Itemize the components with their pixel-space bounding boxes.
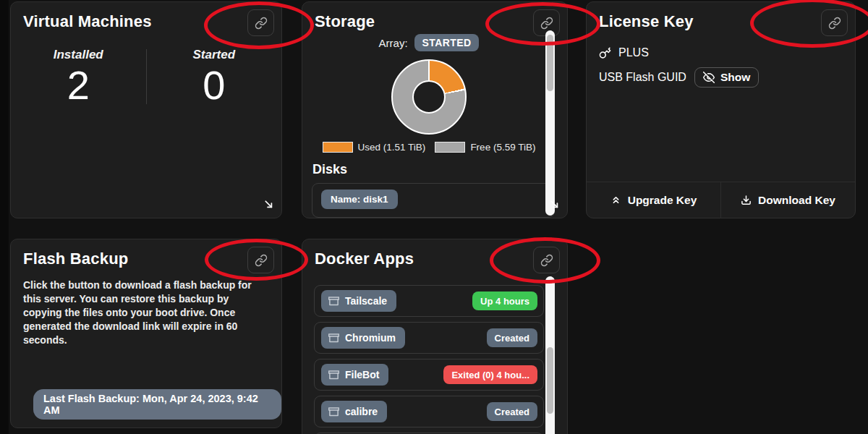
key-icon [599,47,611,59]
link-icon [828,17,841,30]
docker-card-title: Docker Apps [315,247,414,268]
vm-installed-value: 2 [11,65,146,106]
container-box-icon [328,370,339,380]
flash-card-title: Flash Backup [23,247,128,268]
link-icon-button[interactable] [533,247,560,273]
vm-stats: Installed 2 Started 0 [11,48,281,106]
legend-label-used: Used (1.51 TiB) [358,142,426,153]
disk-name-badge: Name: disk1 [321,190,398,209]
dashboard: Virtual Machines Installed 2 Started 0 [0,0,868,434]
chart-legend: Used (1.51 TiB) Free (5.59 TiB) [312,142,545,153]
flash-backup-description: Click the button to download a flash bac… [23,278,262,347]
container-box-icon [328,407,339,417]
download-icon [741,195,752,205]
upgrade-key-label: Upgrade Key [628,194,697,207]
status-badge: Exited (0) 4 hou... [443,365,537,384]
array-status-badge: STARTED [414,34,480,51]
show-guid-button[interactable]: Show [694,67,759,88]
guid-label: USB Flash GUID [599,71,686,84]
eye-off-icon [703,72,715,83]
scrollbar[interactable] [545,276,555,434]
link-icon [540,254,553,267]
app-name-badge: calibre [321,401,387,422]
link-icon-button[interactable] [247,247,274,273]
link-icon-button[interactable] [247,9,274,36]
docker-row-filebot[interactable]: FileBot Exited (0) 4 hou... [314,359,544,391]
license-card-title: License Key [599,9,694,31]
license-plan: PLUS [618,46,649,59]
container-box-icon [328,296,339,307]
vm-started-label: Started [147,48,282,62]
app-name-badge: Chromium [321,327,405,349]
flash-backup-card: Flash Backup Click the button to downloa… [10,239,282,428]
vm-started-value: 0 [147,65,282,106]
docker-row-calibre[interactable]: calibre Created [314,396,544,427]
resize-arrow-icon[interactable] [548,198,561,213]
legend-swatch-free [435,142,465,153]
download-key-label: Download Key [758,194,835,207]
status-badge: Created [487,328,537,347]
upgrade-key-button[interactable]: Upgrade Key [587,182,720,218]
show-button-label: Show [720,71,750,84]
vm-installed-label: Installed [11,48,146,62]
license-key-card: License Key PLUS USB Flash GUID [586,1,856,218]
virtual-machines-card: Virtual Machines Installed 2 Started 0 [10,1,282,218]
storage-card: Storage Array: STARTED Used (1.51 TiB) [302,1,568,218]
link-icon [255,17,268,30]
docker-apps-card: Docker Apps Tailscale Up 4 hours Chromiu… [302,239,568,434]
vm-card-title: Virtual Machines [23,9,152,31]
storage-card-title: Storage [315,9,375,31]
resize-arrow-icon[interactable] [263,198,275,213]
scrollbar-thumb[interactable] [547,347,553,414]
last-flash-backup-badge: Last Flash Backup: Mon, Apr 24, 2023, 9:… [33,389,281,420]
scrollbar[interactable] [545,30,555,216]
link-icon [255,254,268,267]
download-key-button[interactable]: Download Key [720,182,855,218]
scrollbar-thumb[interactable] [547,35,553,91]
app-name-badge: FileBot [321,364,388,386]
storage-donut-chart [391,59,467,135]
legend-swatch-used [323,142,353,153]
disk-row[interactable]: Name: disk1 [312,183,555,218]
chevrons-up-icon [610,195,621,205]
disks-heading: Disks [312,162,545,177]
donut-hole [412,80,446,114]
container-box-icon [328,333,339,344]
link-icon [540,17,553,30]
docker-row-tailscale[interactable]: Tailscale Up 4 hours [314,285,544,317]
status-badge: Up 4 hours [472,292,537,310]
link-icon-button[interactable] [821,9,848,36]
docker-row-chromium[interactable]: Chromium Created [314,322,544,354]
docker-app-list: Tailscale Up 4 hours Chromium Created Fi… [314,285,544,434]
array-label: Array: [379,37,408,49]
status-badge: Created [487,402,537,421]
legend-label-free: Free (5.59 TiB) [470,142,535,153]
app-name-badge: Tailscale [321,290,396,312]
